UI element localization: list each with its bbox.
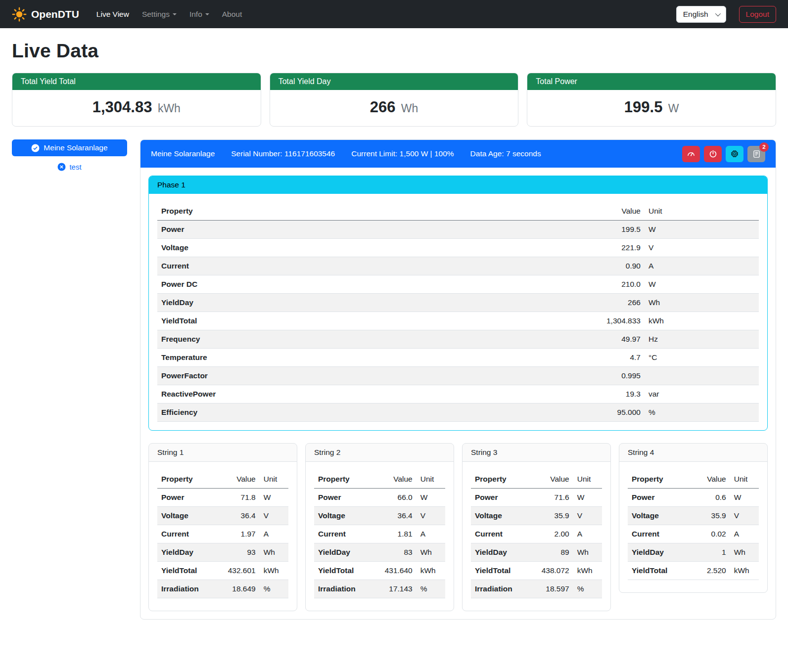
table-row: Current1.97A xyxy=(157,525,288,543)
table-header-row: Property Value Unit xyxy=(628,470,759,489)
sidebar-item-label: Meine Solaranlage xyxy=(44,143,107,152)
limit-settings-button[interactable] xyxy=(682,146,700,162)
table-row: YieldTotal431.640kWh xyxy=(314,562,445,580)
value-cell: 89 xyxy=(537,543,573,562)
property-cell: YieldDay xyxy=(314,543,380,562)
table-row: YieldDay83Wh xyxy=(314,543,445,562)
unit-cell: Wh xyxy=(645,294,759,312)
column-header-property: Property xyxy=(314,470,380,489)
nav-live-view[interactable]: Live View xyxy=(90,6,136,23)
inverter-panel-header: Meine Solaranlage Serial Number: 1161716… xyxy=(140,140,776,168)
sidebar-item-test[interactable]: test xyxy=(12,163,127,171)
inverter-data-age: Data Age: 7 seconds xyxy=(470,149,541,158)
table-header-row: Property Value Unit xyxy=(157,202,759,221)
property-cell: ReactivePower xyxy=(157,385,530,403)
property-cell: Frequency xyxy=(157,330,530,349)
table-row: YieldTotal1,304.833kWh xyxy=(157,312,759,330)
value-cell: 0.90 xyxy=(530,257,645,275)
table-row: Power71.8W xyxy=(157,489,288,507)
property-cell: YieldTotal xyxy=(471,562,537,580)
page-title: Live Data xyxy=(12,40,776,62)
value-cell: 438.072 xyxy=(537,562,573,580)
table-row: Current1.81A xyxy=(314,525,445,543)
table-row: Power DC210.0W xyxy=(157,275,759,294)
unit-cell: Hz xyxy=(645,330,759,349)
nav-info-label: Info xyxy=(189,10,202,19)
unit-cell: % xyxy=(573,580,602,598)
nav-settings-label: Settings xyxy=(142,10,170,19)
property-cell: YieldTotal xyxy=(314,562,380,580)
column-header-property: Property xyxy=(157,470,223,489)
table-row: ReactivePower19.3var xyxy=(157,385,759,403)
sidebar-item-meine-solaranlage[interactable]: Meine Solaranlage xyxy=(12,139,127,156)
sun-icon xyxy=(12,7,27,22)
total-yield-total-card: Total Yield Total 1,304.83 kWh xyxy=(12,73,261,127)
nav-settings[interactable]: Settings xyxy=(136,6,183,23)
property-cell: Power DC xyxy=(157,275,530,294)
table-row: YieldDay93Wh xyxy=(157,543,288,562)
value-cell: 1.97 xyxy=(223,525,260,543)
table-row: YieldTotal432.601kWh xyxy=(157,562,288,580)
table-row: Irradiation18.597% xyxy=(471,580,602,598)
card-body: 266 Wh xyxy=(270,90,518,126)
total-yield-day-card: Total Yield Day 266 Wh xyxy=(270,73,519,127)
table-row: Power0.6W xyxy=(628,489,759,507)
table-row: Power66.0W xyxy=(314,489,445,507)
value-cell: 1,304.833 xyxy=(530,312,645,330)
table-row: YieldDay266Wh xyxy=(157,294,759,312)
unit-cell: kWh xyxy=(645,312,759,330)
value-cell: 431.640 xyxy=(380,562,417,580)
navbar: OpenDTU Live View Settings Info About En… xyxy=(0,0,788,28)
unit-cell: var xyxy=(645,385,759,403)
property-cell: YieldDay xyxy=(628,543,694,562)
sidebar-item-label: test xyxy=(69,163,81,171)
table-row: Temperature4.7°C xyxy=(157,349,759,367)
unit-cell: W xyxy=(573,489,602,507)
device-info-button[interactable] xyxy=(726,146,743,162)
logout-button[interactable]: Logout xyxy=(739,6,776,23)
card-body: 199.5 W xyxy=(527,90,776,126)
power-button[interactable] xyxy=(704,146,722,162)
column-header-property: Property xyxy=(628,470,694,489)
table-row: Voltage36.4V xyxy=(314,507,445,525)
string-4-card: String 4 Property Value Unit xyxy=(619,443,768,593)
unit-cell xyxy=(645,367,759,385)
column-header-value: Value xyxy=(380,470,417,489)
chevron-down-icon xyxy=(715,10,720,16)
table-row: YieldDay89Wh xyxy=(471,543,602,562)
column-header-value: Value xyxy=(530,202,645,221)
unit-cell: % xyxy=(645,403,759,422)
property-cell: Current xyxy=(157,257,530,275)
property-cell: Current xyxy=(628,525,694,543)
value-cell: 0.995 xyxy=(530,367,645,385)
nav-about[interactable]: About xyxy=(216,6,249,23)
table-row: Power71.6W xyxy=(471,489,602,507)
inverter-name: Meine Solaranlage xyxy=(151,149,215,158)
unit-cell: Wh xyxy=(730,543,759,562)
event-log-button[interactable]: 2 xyxy=(747,146,765,162)
chevron-down-icon xyxy=(173,13,177,15)
table-row: Voltage35.9V xyxy=(628,507,759,525)
property-cell: Current xyxy=(471,525,537,543)
unit-cell: V xyxy=(260,507,288,525)
language-select[interactable]: English xyxy=(676,6,726,23)
value-cell: 17.143 xyxy=(380,580,417,598)
nav-info[interactable]: Info xyxy=(183,6,216,23)
unit-cell: V xyxy=(645,239,759,257)
value-cell: 71.6 xyxy=(537,489,573,507)
column-header-unit: Unit xyxy=(573,470,602,489)
unit-cell: W xyxy=(417,489,445,507)
string-3-table: Property Value Unit Power71.6WVoltage35.… xyxy=(471,470,602,598)
card-header: Total Yield Day xyxy=(270,73,518,90)
property-cell: Temperature xyxy=(157,349,530,367)
property-cell: YieldTotal xyxy=(628,562,694,580)
table-row: Frequency49.97Hz xyxy=(157,330,759,349)
unit-cell: V xyxy=(730,507,759,525)
check-circle-icon xyxy=(31,144,40,152)
string-4-title: String 4 xyxy=(619,444,767,462)
value-cell: 18.649 xyxy=(223,580,260,598)
property-cell: YieldDay xyxy=(471,543,537,562)
property-cell: Power xyxy=(157,489,223,507)
value-cell: 266 xyxy=(530,294,645,312)
brand[interactable]: OpenDTU xyxy=(12,7,79,22)
